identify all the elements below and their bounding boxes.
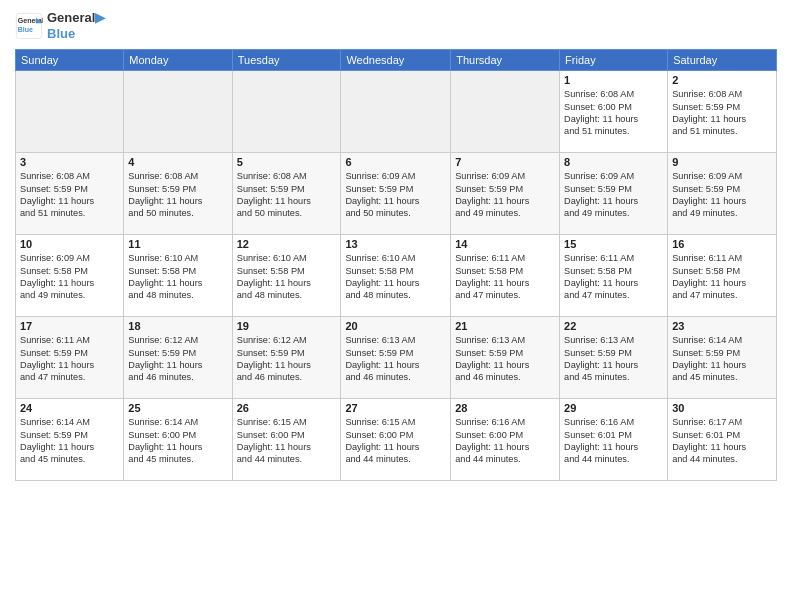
calendar-cell: 14Sunrise: 6:11 AM Sunset: 5:58 PM Dayli… (451, 235, 560, 317)
calendar-cell: 20Sunrise: 6:13 AM Sunset: 5:59 PM Dayli… (341, 317, 451, 399)
calendar-cell (232, 71, 341, 153)
day-info: Sunrise: 6:10 AM Sunset: 5:58 PM Dayligh… (128, 252, 227, 302)
calendar-cell: 16Sunrise: 6:11 AM Sunset: 5:58 PM Dayli… (668, 235, 777, 317)
day-number: 4 (128, 156, 227, 168)
day-info: Sunrise: 6:14 AM Sunset: 5:59 PM Dayligh… (20, 416, 119, 466)
day-number: 13 (345, 238, 446, 250)
day-info: Sunrise: 6:09 AM Sunset: 5:59 PM Dayligh… (345, 170, 446, 220)
day-info: Sunrise: 6:13 AM Sunset: 5:59 PM Dayligh… (564, 334, 663, 384)
logo-subtext: Blue (47, 26, 105, 42)
weekday-header-saturday: Saturday (668, 50, 777, 71)
calendar-cell: 2Sunrise: 6:08 AM Sunset: 5:59 PM Daylig… (668, 71, 777, 153)
calendar-cell: 27Sunrise: 6:15 AM Sunset: 6:00 PM Dayli… (341, 399, 451, 481)
calendar-cell (124, 71, 232, 153)
day-info: Sunrise: 6:08 AM Sunset: 5:59 PM Dayligh… (20, 170, 119, 220)
day-number: 24 (20, 402, 119, 414)
day-number: 6 (345, 156, 446, 168)
day-number: 15 (564, 238, 663, 250)
day-info: Sunrise: 6:10 AM Sunset: 5:58 PM Dayligh… (345, 252, 446, 302)
calendar-cell (16, 71, 124, 153)
day-info: Sunrise: 6:09 AM Sunset: 5:59 PM Dayligh… (564, 170, 663, 220)
calendar-cell: 5Sunrise: 6:08 AM Sunset: 5:59 PM Daylig… (232, 153, 341, 235)
day-number: 1 (564, 74, 663, 86)
logo-icon: General Blue (15, 12, 43, 40)
day-info: Sunrise: 6:11 AM Sunset: 5:59 PM Dayligh… (20, 334, 119, 384)
day-number: 23 (672, 320, 772, 332)
day-number: 11 (128, 238, 227, 250)
calendar-cell: 21Sunrise: 6:13 AM Sunset: 5:59 PM Dayli… (451, 317, 560, 399)
day-number: 16 (672, 238, 772, 250)
day-info: Sunrise: 6:11 AM Sunset: 5:58 PM Dayligh… (564, 252, 663, 302)
week-row-0: 1Sunrise: 6:08 AM Sunset: 6:00 PM Daylig… (16, 71, 777, 153)
calendar-cell: 8Sunrise: 6:09 AM Sunset: 5:59 PM Daylig… (560, 153, 668, 235)
day-info: Sunrise: 6:12 AM Sunset: 5:59 PM Dayligh… (128, 334, 227, 384)
calendar-cell: 11Sunrise: 6:10 AM Sunset: 5:58 PM Dayli… (124, 235, 232, 317)
weekday-header-row: SundayMondayTuesdayWednesdayThursdayFrid… (16, 50, 777, 71)
day-number: 17 (20, 320, 119, 332)
day-info: Sunrise: 6:15 AM Sunset: 6:00 PM Dayligh… (237, 416, 337, 466)
day-info: Sunrise: 6:11 AM Sunset: 5:58 PM Dayligh… (455, 252, 555, 302)
day-number: 25 (128, 402, 227, 414)
logo: General Blue General▶ Blue (15, 10, 105, 41)
day-number: 28 (455, 402, 555, 414)
day-info: Sunrise: 6:09 AM Sunset: 5:59 PM Dayligh… (672, 170, 772, 220)
week-row-4: 24Sunrise: 6:14 AM Sunset: 5:59 PM Dayli… (16, 399, 777, 481)
day-number: 19 (237, 320, 337, 332)
day-info: Sunrise: 6:11 AM Sunset: 5:58 PM Dayligh… (672, 252, 772, 302)
day-number: 22 (564, 320, 663, 332)
day-number: 14 (455, 238, 555, 250)
day-number: 30 (672, 402, 772, 414)
day-info: Sunrise: 6:10 AM Sunset: 5:58 PM Dayligh… (237, 252, 337, 302)
week-row-1: 3Sunrise: 6:08 AM Sunset: 5:59 PM Daylig… (16, 153, 777, 235)
calendar-cell: 3Sunrise: 6:08 AM Sunset: 5:59 PM Daylig… (16, 153, 124, 235)
calendar-cell: 26Sunrise: 6:15 AM Sunset: 6:00 PM Dayli… (232, 399, 341, 481)
day-info: Sunrise: 6:08 AM Sunset: 5:59 PM Dayligh… (672, 88, 772, 138)
calendar-cell: 19Sunrise: 6:12 AM Sunset: 5:59 PM Dayli… (232, 317, 341, 399)
day-info: Sunrise: 6:16 AM Sunset: 6:01 PM Dayligh… (564, 416, 663, 466)
calendar-cell: 4Sunrise: 6:08 AM Sunset: 5:59 PM Daylig… (124, 153, 232, 235)
calendar-cell: 23Sunrise: 6:14 AM Sunset: 5:59 PM Dayli… (668, 317, 777, 399)
day-number: 12 (237, 238, 337, 250)
calendar-cell: 1Sunrise: 6:08 AM Sunset: 6:00 PM Daylig… (560, 71, 668, 153)
day-number: 7 (455, 156, 555, 168)
day-info: Sunrise: 6:09 AM Sunset: 5:59 PM Dayligh… (455, 170, 555, 220)
calendar-cell (451, 71, 560, 153)
calendar-cell: 17Sunrise: 6:11 AM Sunset: 5:59 PM Dayli… (16, 317, 124, 399)
calendar-cell: 9Sunrise: 6:09 AM Sunset: 5:59 PM Daylig… (668, 153, 777, 235)
calendar-cell (341, 71, 451, 153)
weekday-header-friday: Friday (560, 50, 668, 71)
calendar: SundayMondayTuesdayWednesdayThursdayFrid… (15, 49, 777, 481)
logo-text: General▶ (47, 10, 105, 26)
calendar-cell: 29Sunrise: 6:16 AM Sunset: 6:01 PM Dayli… (560, 399, 668, 481)
weekday-header-sunday: Sunday (16, 50, 124, 71)
day-number: 26 (237, 402, 337, 414)
weekday-header-thursday: Thursday (451, 50, 560, 71)
calendar-cell: 7Sunrise: 6:09 AM Sunset: 5:59 PM Daylig… (451, 153, 560, 235)
day-info: Sunrise: 6:08 AM Sunset: 5:59 PM Dayligh… (128, 170, 227, 220)
weekday-header-wednesday: Wednesday (341, 50, 451, 71)
day-info: Sunrise: 6:13 AM Sunset: 5:59 PM Dayligh… (345, 334, 446, 384)
calendar-cell: 6Sunrise: 6:09 AM Sunset: 5:59 PM Daylig… (341, 153, 451, 235)
day-info: Sunrise: 6:17 AM Sunset: 6:01 PM Dayligh… (672, 416, 772, 466)
calendar-cell: 18Sunrise: 6:12 AM Sunset: 5:59 PM Dayli… (124, 317, 232, 399)
day-number: 10 (20, 238, 119, 250)
page: General Blue General▶ Blue SundayMondayT… (0, 0, 792, 612)
day-info: Sunrise: 6:16 AM Sunset: 6:00 PM Dayligh… (455, 416, 555, 466)
day-number: 3 (20, 156, 119, 168)
calendar-cell: 22Sunrise: 6:13 AM Sunset: 5:59 PM Dayli… (560, 317, 668, 399)
day-number: 21 (455, 320, 555, 332)
day-info: Sunrise: 6:09 AM Sunset: 5:58 PM Dayligh… (20, 252, 119, 302)
day-number: 9 (672, 156, 772, 168)
day-info: Sunrise: 6:12 AM Sunset: 5:59 PM Dayligh… (237, 334, 337, 384)
header: General Blue General▶ Blue (15, 10, 777, 41)
day-number: 2 (672, 74, 772, 86)
week-row-3: 17Sunrise: 6:11 AM Sunset: 5:59 PM Dayli… (16, 317, 777, 399)
day-number: 5 (237, 156, 337, 168)
weekday-header-monday: Monday (124, 50, 232, 71)
day-number: 27 (345, 402, 446, 414)
day-info: Sunrise: 6:14 AM Sunset: 5:59 PM Dayligh… (672, 334, 772, 384)
calendar-cell: 15Sunrise: 6:11 AM Sunset: 5:58 PM Dayli… (560, 235, 668, 317)
week-row-2: 10Sunrise: 6:09 AM Sunset: 5:58 PM Dayli… (16, 235, 777, 317)
day-number: 29 (564, 402, 663, 414)
calendar-cell: 28Sunrise: 6:16 AM Sunset: 6:00 PM Dayli… (451, 399, 560, 481)
